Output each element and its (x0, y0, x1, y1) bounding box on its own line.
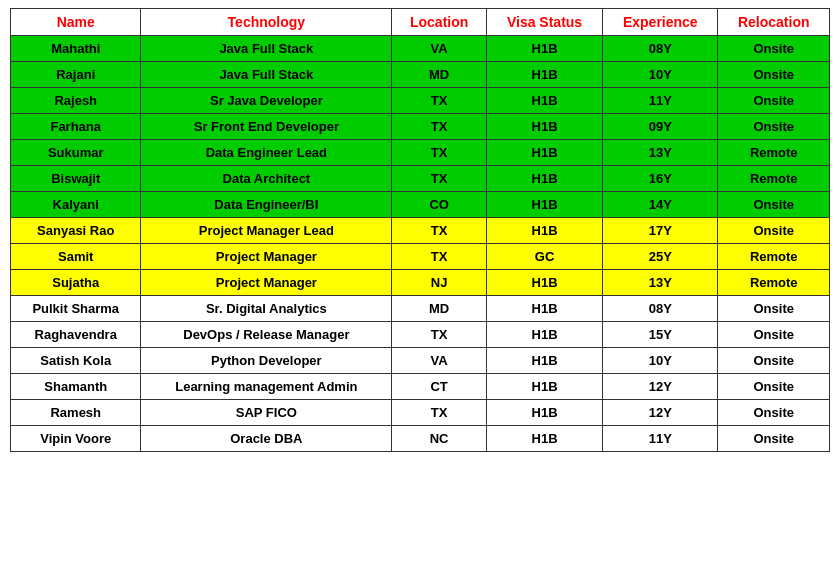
cell-location: CO (392, 192, 487, 218)
table-row: Pulkit SharmaSr. Digital AnalyticsMDH1B0… (11, 296, 830, 322)
cell-relocation: Onsite (718, 426, 830, 452)
cell-experience: 11Y (603, 88, 718, 114)
cell-name: Vipin Voore (11, 426, 141, 452)
cell-experience: 16Y (603, 166, 718, 192)
cell-relocation: Onsite (718, 192, 830, 218)
cell-technology: Learning management Admin (141, 374, 392, 400)
header-experience: Experience (603, 9, 718, 36)
cell-relocation: Remote (718, 244, 830, 270)
table-row: RajeshSr Java DeveloperTXH1B11YOnsite (11, 88, 830, 114)
cell-relocation: Onsite (718, 322, 830, 348)
cell-name: Mahathi (11, 36, 141, 62)
cell-technology: DevOps / Release Manager (141, 322, 392, 348)
cell-name: Kalyani (11, 192, 141, 218)
cell-relocation: Onsite (718, 400, 830, 426)
cell-experience: 25Y (603, 244, 718, 270)
cell-name: Raghavendra (11, 322, 141, 348)
cell-location: TX (392, 88, 487, 114)
cell-visa: H1B (487, 114, 603, 140)
main-table: Name Technology Location Visa Status Exp… (10, 8, 830, 452)
header-name: Name (11, 9, 141, 36)
cell-visa: H1B (487, 218, 603, 244)
cell-technology: Project Manager (141, 244, 392, 270)
table-row: RajaniJava Full StackMDH1B10YOnsite (11, 62, 830, 88)
cell-location: VA (392, 348, 487, 374)
cell-location: MD (392, 296, 487, 322)
cell-technology: Python Developer (141, 348, 392, 374)
cell-name: Ramesh (11, 400, 141, 426)
table-row: RaghavendraDevOps / Release ManagerTXH1B… (11, 322, 830, 348)
cell-visa: H1B (487, 400, 603, 426)
table-row: KalyaniData Engineer/BICOH1B14YOnsite (11, 192, 830, 218)
cell-experience: 15Y (603, 322, 718, 348)
cell-experience: 13Y (603, 140, 718, 166)
cell-name: Sanyasi Rao (11, 218, 141, 244)
cell-experience: 13Y (603, 270, 718, 296)
cell-relocation: Onsite (718, 296, 830, 322)
cell-technology: Data Architect (141, 166, 392, 192)
cell-location: TX (392, 114, 487, 140)
cell-name: Rajani (11, 62, 141, 88)
cell-name: Sujatha (11, 270, 141, 296)
cell-location: MD (392, 62, 487, 88)
cell-technology: Java Full Stack (141, 62, 392, 88)
cell-name: Shamanth (11, 374, 141, 400)
cell-relocation: Remote (718, 166, 830, 192)
cell-experience: 08Y (603, 36, 718, 62)
table-row: MahathiJava Full StackVAH1B08YOnsite (11, 36, 830, 62)
table-row: SamitProject ManagerTXGC25YRemote (11, 244, 830, 270)
cell-technology: Data Engineer/BI (141, 192, 392, 218)
table-row: Satish KolaPython DeveloperVAH1B10YOnsit… (11, 348, 830, 374)
cell-location: NJ (392, 270, 487, 296)
cell-location: TX (392, 400, 487, 426)
cell-experience: 11Y (603, 426, 718, 452)
header-technology: Technology (141, 9, 392, 36)
cell-visa: H1B (487, 296, 603, 322)
cell-experience: 10Y (603, 62, 718, 88)
cell-experience: 09Y (603, 114, 718, 140)
cell-experience: 12Y (603, 374, 718, 400)
cell-relocation: Remote (718, 140, 830, 166)
cell-technology: Java Full Stack (141, 36, 392, 62)
cell-visa: GC (487, 244, 603, 270)
cell-relocation: Onsite (718, 88, 830, 114)
header-location: Location (392, 9, 487, 36)
cell-technology: Project Manager (141, 270, 392, 296)
cell-experience: 14Y (603, 192, 718, 218)
cell-relocation: Onsite (718, 374, 830, 400)
cell-location: TX (392, 218, 487, 244)
table-row: SukumarData Engineer LeadTXH1B13YRemote (11, 140, 830, 166)
cell-visa: H1B (487, 88, 603, 114)
cell-technology: Sr. Digital Analytics (141, 296, 392, 322)
cell-visa: H1B (487, 166, 603, 192)
cell-relocation: Onsite (718, 348, 830, 374)
cell-name: Samit (11, 244, 141, 270)
cell-name: Pulkit Sharma (11, 296, 141, 322)
table-row: ShamanthLearning management AdminCTH1B12… (11, 374, 830, 400)
cell-relocation: Onsite (718, 114, 830, 140)
cell-name: Biswajit (11, 166, 141, 192)
cell-experience: 10Y (603, 348, 718, 374)
cell-location: NC (392, 426, 487, 452)
table-row: SujathaProject ManagerNJH1B13YRemote (11, 270, 830, 296)
cell-visa: H1B (487, 348, 603, 374)
table-row: FarhanaSr Front End DeveloperTXH1B09YOns… (11, 114, 830, 140)
cell-location: VA (392, 36, 487, 62)
cell-technology: Project Manager Lead (141, 218, 392, 244)
cell-experience: 17Y (603, 218, 718, 244)
cell-visa: H1B (487, 270, 603, 296)
cell-technology: Oracle DBA (141, 426, 392, 452)
cell-relocation: Onsite (718, 36, 830, 62)
table-row: Vipin VooreOracle DBANCH1B11YOnsite (11, 426, 830, 452)
cell-name: Sukumar (11, 140, 141, 166)
cell-technology: Data Engineer Lead (141, 140, 392, 166)
cell-relocation: Onsite (718, 62, 830, 88)
cell-technology: SAP FICO (141, 400, 392, 426)
cell-relocation: Remote (718, 270, 830, 296)
cell-relocation: Onsite (718, 218, 830, 244)
table-row: RameshSAP FICOTXH1B12YOnsite (11, 400, 830, 426)
cell-visa: H1B (487, 36, 603, 62)
cell-experience: 12Y (603, 400, 718, 426)
cell-location: TX (392, 140, 487, 166)
cell-technology: Sr Java Developer (141, 88, 392, 114)
